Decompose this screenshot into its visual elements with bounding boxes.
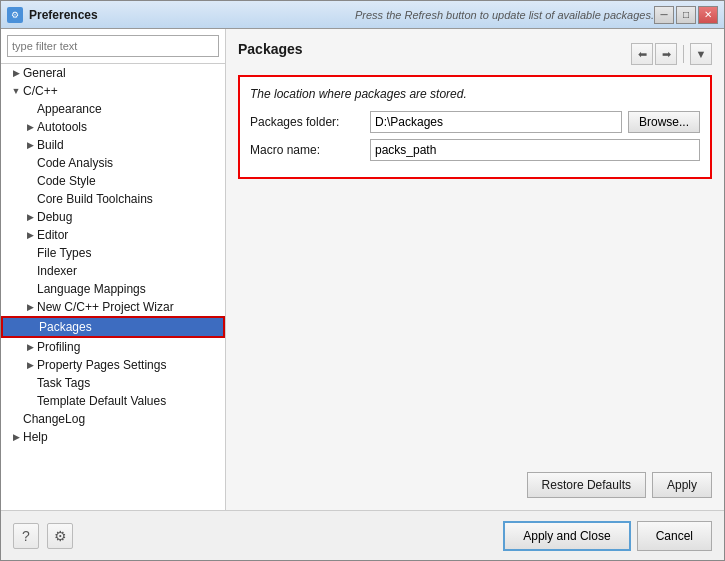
- help-icon: ?: [22, 528, 30, 544]
- right-panel: Packages ⬅ ➡ ▼ The location where packa: [226, 29, 724, 510]
- main-content: ▶ General ▼ C/C++ Appearance ▶ Autotools: [1, 29, 724, 510]
- panel-toolbar: ⬅ ➡ ▼: [631, 43, 712, 65]
- sidebar-item-property-pages-settings[interactable]: ▶ Property Pages Settings: [1, 356, 225, 374]
- window-title: Preferences: [29, 8, 335, 22]
- restore-defaults-button[interactable]: Restore Defaults: [527, 472, 646, 498]
- packages-folder-input[interactable]: [370, 111, 622, 133]
- close-button[interactable]: ✕: [698, 6, 718, 24]
- footer-left: ? ⚙: [13, 523, 73, 549]
- dropdown-icon: ▼: [696, 48, 707, 60]
- expander-file-types: [23, 246, 37, 260]
- sidebar-item-profiling[interactable]: ▶ Profiling: [1, 338, 225, 356]
- footer-bar: ? ⚙ Apply and Close Cancel: [1, 510, 724, 560]
- window-subtitle: Press the Refresh button to update list …: [355, 9, 654, 21]
- sidebar-item-label: Task Tags: [37, 376, 90, 390]
- expander-debug: ▶: [23, 210, 37, 224]
- packages-description: The location where packages are stored.: [250, 87, 700, 101]
- sidebar-item-indexer[interactable]: Indexer: [1, 262, 225, 280]
- expander-changelog: [9, 412, 23, 426]
- preferences-icon-button[interactable]: ⚙: [47, 523, 73, 549]
- apply-button[interactable]: Apply: [652, 472, 712, 498]
- browse-button[interactable]: Browse...: [628, 111, 700, 133]
- panel-header: Packages ⬅ ➡ ▼: [238, 41, 712, 67]
- sidebar-item-label: New C/C++ Project Wizar: [37, 300, 174, 314]
- sidebar-item-label: ChangeLog: [23, 412, 85, 426]
- expander-core-build: [23, 192, 37, 206]
- packages-folder-row: Packages folder: Browse...: [250, 111, 700, 133]
- tree-area: ▶ General ▼ C/C++ Appearance ▶ Autotools: [1, 64, 225, 510]
- sidebar-item-label: Template Default Values: [37, 394, 166, 408]
- sidebar-item-general[interactable]: ▶ General: [1, 64, 225, 82]
- sidebar-item-packages[interactable]: Packages: [1, 316, 225, 338]
- window-controls: ─ □ ✕: [654, 6, 718, 24]
- sidebar-item-label: Help: [23, 430, 48, 444]
- minimize-button[interactable]: ─: [654, 6, 674, 24]
- sidebar-item-code-analysis[interactable]: Code Analysis: [1, 154, 225, 172]
- sidebar-item-help[interactable]: ▶ Help: [1, 428, 225, 446]
- expander-appearance: [23, 102, 37, 116]
- panel-title: Packages: [238, 41, 303, 57]
- filter-box: [1, 29, 225, 64]
- sidebar-item-cpp[interactable]: ▼ C/C++: [1, 82, 225, 100]
- sidebar-item-core-build-toolchains[interactable]: Core Build Toolchains: [1, 190, 225, 208]
- sidebar: ▶ General ▼ C/C++ Appearance ▶ Autotools: [1, 29, 226, 510]
- macro-name-row: Macro name:: [250, 139, 700, 161]
- dropdown-button[interactable]: ▼: [690, 43, 712, 65]
- sidebar-item-file-types[interactable]: File Types: [1, 244, 225, 262]
- sidebar-item-label: Appearance: [37, 102, 102, 116]
- expander-indexer: [23, 264, 37, 278]
- expander-profiling: ▶: [23, 340, 37, 354]
- apply-and-close-button[interactable]: Apply and Close: [503, 521, 630, 551]
- help-icon-button[interactable]: ?: [13, 523, 39, 549]
- sidebar-item-label: General: [23, 66, 66, 80]
- sidebar-item-code-style[interactable]: Code Style: [1, 172, 225, 190]
- title-bar: ⚙ Preferences Press the Refresh button t…: [1, 1, 724, 29]
- cancel-button[interactable]: Cancel: [637, 521, 712, 551]
- sidebar-item-label: Code Style: [37, 174, 96, 188]
- forward-icon: ➡: [662, 48, 671, 61]
- sidebar-item-label: Debug: [37, 210, 72, 224]
- sidebar-item-label: Profiling: [37, 340, 80, 354]
- sidebar-item-debug[interactable]: ▶ Debug: [1, 208, 225, 226]
- expander-cpp: ▼: [9, 84, 23, 98]
- forward-button[interactable]: ➡: [655, 43, 677, 65]
- sidebar-item-build[interactable]: ▶ Build: [1, 136, 225, 154]
- back-button[interactable]: ⬅: [631, 43, 653, 65]
- sidebar-item-appearance[interactable]: Appearance: [1, 100, 225, 118]
- filter-input[interactable]: [7, 35, 219, 57]
- window-icon: ⚙: [7, 7, 23, 23]
- sidebar-item-label: Autotools: [37, 120, 87, 134]
- maximize-button[interactable]: □: [676, 6, 696, 24]
- sidebar-item-new-cpp-project[interactable]: ▶ New C/C++ Project Wizar: [1, 298, 225, 316]
- sidebar-item-autotools[interactable]: ▶ Autotools: [1, 118, 225, 136]
- expander-general: ▶: [9, 66, 23, 80]
- sidebar-item-label: File Types: [37, 246, 91, 260]
- expander-autotools: ▶: [23, 120, 37, 134]
- sidebar-item-editor[interactable]: ▶ Editor: [1, 226, 225, 244]
- sidebar-item-label: Editor: [37, 228, 68, 242]
- sidebar-item-label: Build: [37, 138, 64, 152]
- expander-property-pages: ▶: [23, 358, 37, 372]
- sidebar-item-template-default-values[interactable]: Template Default Values: [1, 392, 225, 410]
- expander-help: ▶: [9, 430, 23, 444]
- footer-right: Apply and Close Cancel: [503, 521, 712, 551]
- sidebar-item-language-mappings[interactable]: Language Mappings: [1, 280, 225, 298]
- sidebar-item-label: C/C++: [23, 84, 58, 98]
- expander-code-style: [23, 174, 37, 188]
- packages-settings-box: The location where packages are stored. …: [238, 75, 712, 179]
- toolbar-separator: [683, 45, 684, 63]
- panel-bottom-bar: Restore Defaults Apply: [238, 472, 712, 498]
- sidebar-item-label: Core Build Toolchains: [37, 192, 153, 206]
- back-icon: ⬅: [638, 48, 647, 61]
- preferences-icon: ⚙: [54, 528, 67, 544]
- expander-editor: ▶: [23, 228, 37, 242]
- expander-packages: [25, 320, 39, 334]
- sidebar-item-label: Indexer: [37, 264, 77, 278]
- sidebar-item-task-tags[interactable]: Task Tags: [1, 374, 225, 392]
- sidebar-item-changelog[interactable]: ChangeLog: [1, 410, 225, 428]
- sidebar-item-label: Property Pages Settings: [37, 358, 166, 372]
- packages-folder-label: Packages folder:: [250, 115, 370, 129]
- sidebar-item-label: Code Analysis: [37, 156, 113, 170]
- macro-name-label: Macro name:: [250, 143, 370, 157]
- macro-name-input[interactable]: [370, 139, 700, 161]
